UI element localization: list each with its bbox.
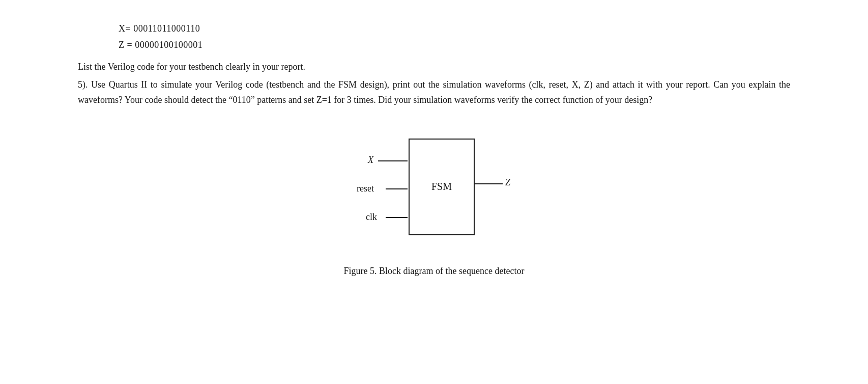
clk-input-line bbox=[386, 217, 408, 218]
x-input-line bbox=[378, 160, 408, 161]
fsm-box: FSM bbox=[409, 139, 475, 235]
clk-input-label: clk bbox=[366, 212, 377, 223]
reset-input-label: reset bbox=[357, 183, 374, 194]
fsm-label: FSM bbox=[431, 181, 452, 193]
reset-input-line bbox=[386, 188, 408, 189]
x-input-label: X bbox=[368, 155, 373, 166]
equation-z: Z = 00000100100001 bbox=[119, 37, 790, 53]
block-diagram: FSM X reset clk Z bbox=[348, 123, 520, 256]
equation-x: X= 00011011000110 bbox=[119, 20, 790, 37]
list-verilog-text: List the Verilog code for your testbench… bbox=[78, 60, 790, 75]
diagram-container: FSM X reset clk Z Figure 5. Block diagra… bbox=[78, 123, 790, 277]
z-output-label: Z bbox=[505, 177, 510, 188]
figure-caption: Figure 5. Block diagram of the sequence … bbox=[344, 266, 525, 277]
z-output-line bbox=[475, 183, 503, 184]
equations-block: X= 00011011000110 Z = 00000100100001 bbox=[119, 20, 790, 53]
quartus-instruction-text: 5). Use Quartus II to simulate your Veri… bbox=[78, 77, 790, 107]
page-content: X= 00011011000110 Z = 00000100100001 Lis… bbox=[78, 20, 790, 287]
